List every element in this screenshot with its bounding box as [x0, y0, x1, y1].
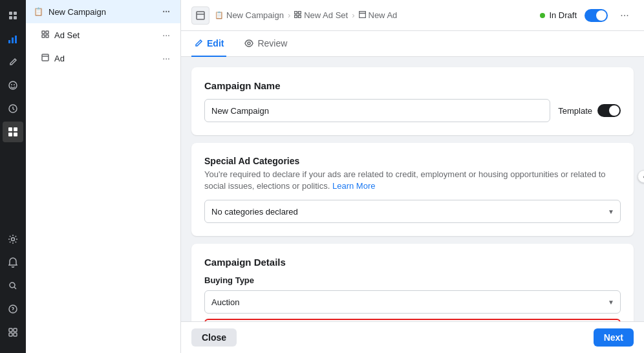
- breadcrumb-ad[interactable]: New Ad: [359, 10, 398, 20]
- buying-type-label: Buying Type: [204, 275, 621, 285]
- template-switch[interactable]: [597, 104, 621, 117]
- sidebar: 📋 New Campaign ··· Ad Set ··· Ad ··· ‹: [26, 0, 181, 353]
- svg-rect-22: [14, 333, 17, 336]
- breadcrumb-ad-label: New Ad: [369, 10, 398, 20]
- svg-point-16: [10, 283, 15, 288]
- grid-icon[interactable]: [3, 122, 23, 142]
- svg-rect-25: [42, 35, 45, 37]
- sidebar-item-campaign[interactable]: 📋 New Campaign ···: [26, 0, 180, 23]
- sidebar-item-ad[interactable]: Ad ···: [26, 47, 180, 70]
- ad-label: Ad: [54, 54, 155, 63]
- special-ad-card: Special Ad Categories You're required to…: [191, 143, 634, 236]
- help-icon[interactable]: [3, 299, 23, 319]
- ad-more-button[interactable]: ···: [160, 52, 173, 65]
- buying-type-dropdown[interactable]: Auction: [204, 290, 621, 314]
- close-button[interactable]: Close: [191, 328, 237, 347]
- status-label: In Draft: [549, 10, 577, 20]
- tab-review-label: Review: [257, 38, 287, 48]
- template-label: Template: [558, 106, 592, 116]
- bell-icon[interactable]: [3, 252, 23, 273]
- home-icon[interactable]: [3, 5, 23, 26]
- svg-point-18: [13, 312, 14, 312]
- main-content: 📋 New Campaign › New Ad Set › New Ad: [181, 0, 644, 353]
- breadcrumb-adset-label: New Ad Set: [304, 10, 348, 20]
- svg-rect-19: [9, 328, 12, 332]
- tabs-bar: Edit Review: [181, 31, 644, 57]
- svg-point-15: [12, 238, 15, 241]
- face-icon[interactable]: [3, 75, 23, 96]
- edit-tab-icon: [194, 39, 203, 48]
- campaign-icon: 📋: [34, 7, 43, 16]
- toggle-knob: [596, 10, 606, 21]
- svg-point-34: [248, 42, 250, 45]
- breadcrumb-campaign[interactable]: 📋 New Campaign: [215, 10, 284, 20]
- svg-rect-5: [12, 37, 14, 43]
- template-switch-knob: [609, 105, 619, 116]
- svg-rect-32: [299, 16, 301, 18]
- adset-crumb-icon: [294, 11, 301, 19]
- breadcrumb-sep-1: ›: [288, 10, 290, 20]
- apps-icon[interactable]: [3, 322, 23, 343]
- campaign-crumb-icon: 📋: [215, 11, 224, 19]
- breadcrumb: 📋 New Campaign › New Ad Set › New Ad: [215, 10, 535, 20]
- campaign-more-button[interactable]: ···: [160, 5, 173, 18]
- campaign-type-icon: [191, 6, 209, 25]
- svg-rect-31: [295, 16, 297, 18]
- next-button[interactable]: Next: [594, 328, 634, 347]
- campaign-details-title: Campaign Details: [204, 257, 621, 268]
- edit-icon[interactable]: [3, 52, 23, 72]
- tab-edit-label: Edit: [207, 38, 224, 48]
- adset-icon: [41, 30, 49, 40]
- svg-rect-24: [46, 31, 48, 34]
- icon-bar: [0, 0, 26, 353]
- svg-rect-4: [8, 40, 10, 43]
- topbar: 📋 New Campaign › New Ad Set › New Ad: [181, 0, 644, 31]
- clock-icon[interactable]: [3, 98, 23, 119]
- svg-rect-33: [359, 12, 365, 18]
- special-ad-dropdown-wrapper: No categories declared: [204, 200, 621, 223]
- topbar-more-button[interactable]: ···: [616, 6, 634, 25]
- learn-more-link[interactable]: Learn More: [332, 181, 375, 191]
- campaign-name-input[interactable]: [204, 99, 550, 122]
- svg-rect-1: [14, 12, 17, 15]
- special-ad-desc: You're required to declare if your ads a…: [204, 169, 621, 192]
- tab-review[interactable]: Review: [242, 31, 290, 57]
- content-area: Campaign Name Template Special Ad Catego…: [181, 57, 644, 321]
- svg-rect-3: [14, 16, 17, 19]
- svg-rect-20: [14, 328, 17, 332]
- settings-icon[interactable]: [3, 229, 23, 250]
- review-tab-icon: [244, 39, 253, 48]
- breadcrumb-adset[interactable]: New Ad Set: [294, 10, 348, 20]
- svg-rect-6: [15, 36, 17, 43]
- chart-icon[interactable]: [3, 28, 23, 49]
- svg-rect-26: [46, 35, 48, 37]
- svg-rect-14: [14, 133, 17, 136]
- search-icon[interactable]: [3, 275, 23, 296]
- campaign-label: New Campaign: [48, 7, 155, 17]
- special-ad-description-text: You're required to declare if your ads a…: [204, 169, 606, 191]
- adset-more-button[interactable]: ···: [160, 28, 173, 41]
- campaign-name-row: Template: [204, 99, 621, 122]
- template-toggle: Template: [558, 104, 621, 117]
- svg-rect-12: [14, 127, 17, 131]
- svg-rect-13: [8, 133, 12, 136]
- svg-rect-2: [9, 16, 12, 19]
- bottom-bar: Close Next: [181, 321, 644, 353]
- ad-icon: [41, 54, 49, 63]
- status-dot: [540, 13, 545, 18]
- campaign-details-card: Campaign Details Buying Type Auction Cam…: [191, 244, 634, 321]
- special-ad-dropdown[interactable]: No categories declared: [204, 200, 621, 223]
- sidebar-item-adset[interactable]: Ad Set ···: [26, 23, 180, 47]
- ad-crumb-icon: [359, 11, 366, 19]
- breadcrumb-campaign-label: New Campaign: [226, 10, 284, 20]
- tab-edit[interactable]: Edit: [191, 31, 226, 57]
- draft-toggle[interactable]: [585, 9, 608, 22]
- buying-type-wrapper: Auction: [204, 290, 621, 314]
- campaign-name-card: Campaign Name Template: [191, 67, 634, 135]
- topbar-actions: In Draft ···: [540, 6, 634, 25]
- svg-rect-21: [9, 333, 12, 336]
- adset-label: Ad Set: [54, 30, 155, 40]
- svg-point-9: [14, 84, 15, 85]
- svg-rect-23: [42, 31, 45, 34]
- svg-rect-29: [295, 12, 297, 14]
